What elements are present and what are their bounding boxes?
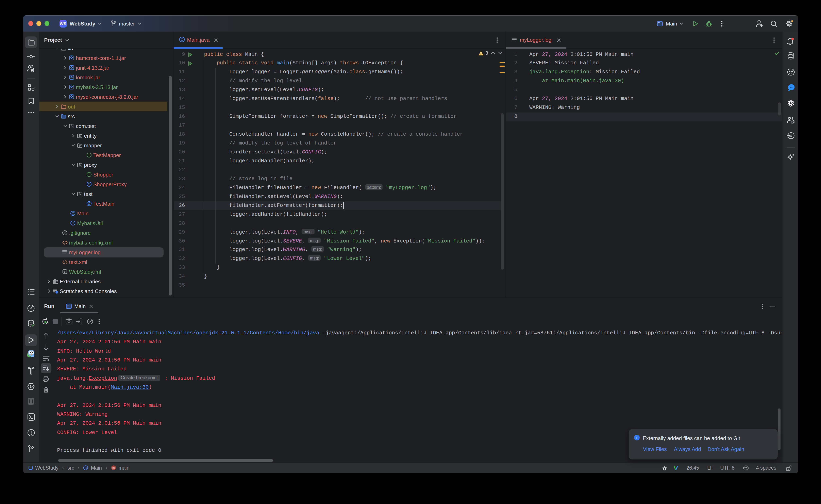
svg-text:I: I	[89, 153, 89, 157]
svg-text:C: C	[72, 221, 74, 225]
svg-text:C: C	[88, 202, 90, 205]
svg-text:I: I	[89, 173, 89, 176]
svg-text:C: C	[88, 183, 90, 186]
svg-text:?: ?	[32, 69, 34, 72]
svg-text:m: m	[112, 466, 115, 469]
svg-text:C: C	[85, 466, 87, 470]
svg-text:C: C	[72, 212, 74, 215]
svg-text:C: C	[181, 38, 183, 42]
